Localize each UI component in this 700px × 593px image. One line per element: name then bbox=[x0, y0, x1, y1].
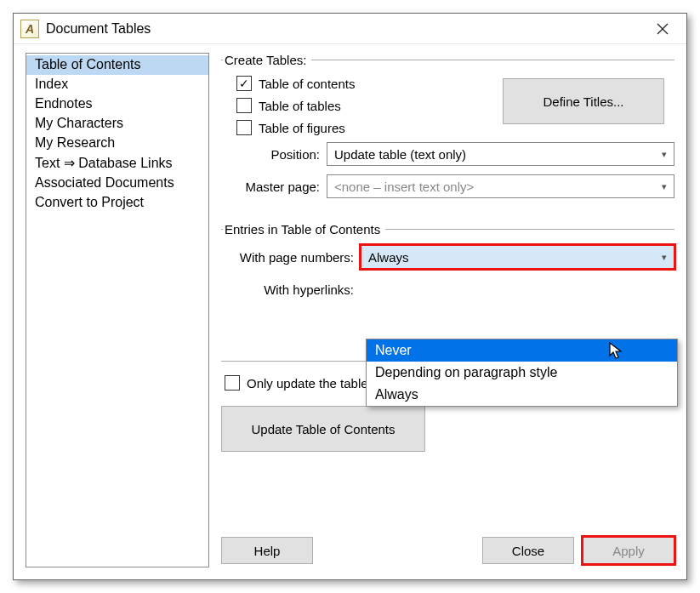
only-update-checkbox[interactable] bbox=[225, 375, 240, 391]
close-icon bbox=[657, 23, 669, 35]
chevron-down-icon: ▾ bbox=[662, 252, 667, 263]
close-window-button[interactable] bbox=[644, 16, 681, 42]
sidebar-item-research[interactable]: My Research bbox=[26, 134, 208, 153]
sidebar-item-toc[interactable]: Table of Contents bbox=[26, 55, 208, 75]
entries-legend: Entries in Table of Contents bbox=[223, 222, 385, 237]
sidebar-item-assoc-docs[interactable]: Associated Documents bbox=[26, 174, 208, 193]
position-label: Position: bbox=[221, 147, 327, 162]
dialog-body: Table of Contents Index Endnotes My Char… bbox=[14, 44, 686, 579]
help-button[interactable]: Help bbox=[221, 537, 313, 564]
window-title: Document Tables bbox=[46, 21, 151, 37]
close-button[interactable]: Close bbox=[482, 537, 574, 564]
tof-checkbox[interactable] bbox=[236, 120, 252, 135]
dropdown-option-depending[interactable]: Depending on paragraph style bbox=[367, 362, 677, 384]
pagenum-label: With page numbers: bbox=[221, 250, 361, 265]
define-titles-button[interactable]: Define Titles... bbox=[503, 78, 664, 124]
master-page-select[interactable]: <none – insert text only> ▾ bbox=[327, 174, 674, 198]
update-toc-button[interactable]: Update Table of Contents bbox=[221, 406, 425, 452]
app-icon: A bbox=[20, 20, 39, 38]
apply-button[interactable]: Apply bbox=[583, 537, 674, 564]
sidebar-item-convert[interactable]: Convert to Project bbox=[26, 193, 208, 213]
sidebar-item-characters[interactable]: My Characters bbox=[26, 114, 208, 134]
pagenum-dropdown: Never Depending on paragraph style Alway… bbox=[366, 339, 678, 407]
chevron-down-icon: ▾ bbox=[662, 181, 667, 192]
footer: Help Close Apply bbox=[221, 537, 674, 564]
dropdown-option-never[interactable]: Never bbox=[367, 339, 677, 362]
sidebar-item-index[interactable]: Index bbox=[26, 75, 208, 94]
tot-checkbox-label: Table of tables bbox=[259, 99, 341, 113]
master-page-label: Master page: bbox=[221, 180, 327, 194]
position-select[interactable]: Update table (text only) ▾ bbox=[327, 142, 674, 166]
toc-checkbox[interactable]: ✓ bbox=[236, 76, 252, 91]
tof-checkbox-label: Table of figures bbox=[259, 121, 345, 135]
chevron-down-icon: ▾ bbox=[662, 149, 667, 160]
dialog-window: A Document Tables Table of Contents Inde… bbox=[13, 13, 687, 580]
create-tables-group: Create Tables: ✓ Table of contents Table… bbox=[221, 53, 674, 207]
dropdown-option-always[interactable]: Always bbox=[367, 384, 677, 406]
sidebar-item-endnotes[interactable]: Endnotes bbox=[26, 94, 208, 114]
main-panel: Create Tables: ✓ Table of contents Table… bbox=[221, 53, 674, 567]
hyperlinks-label: With hyperlinks: bbox=[221, 282, 361, 297]
sidebar-item-dblinks[interactable]: Text ⇒ Database Links bbox=[26, 153, 208, 174]
toc-checkbox-label: Table of contents bbox=[259, 77, 355, 91]
pagenum-select[interactable]: Always ▾ bbox=[361, 245, 674, 269]
titlebar: A Document Tables bbox=[14, 14, 686, 44]
entries-group: Entries in Table of Contents With page n… bbox=[221, 222, 674, 310]
tot-checkbox[interactable] bbox=[236, 98, 252, 113]
create-tables-legend: Create Tables: bbox=[223, 53, 311, 67]
category-list[interactable]: Table of Contents Index Endnotes My Char… bbox=[26, 53, 209, 567]
